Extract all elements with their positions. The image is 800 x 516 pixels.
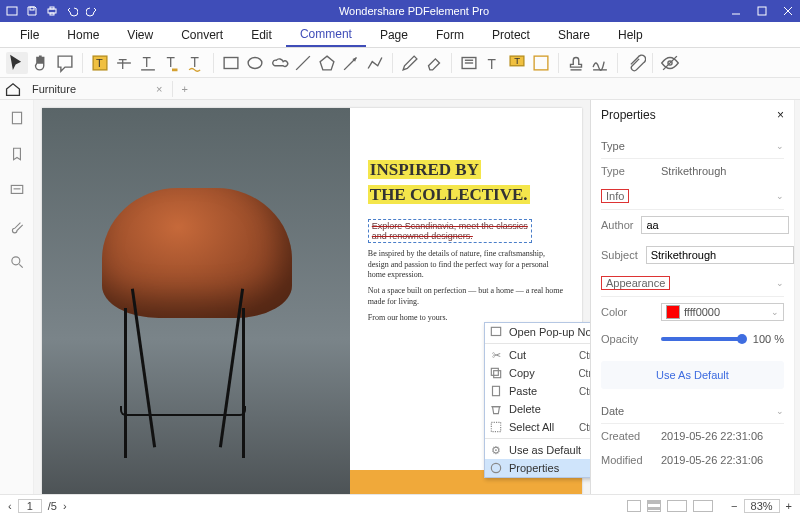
note-icon[interactable] [54, 52, 76, 74]
section-date[interactable]: Date⌄ [601, 399, 784, 424]
ctx-use-default[interactable]: ⚙Use as Default [485, 441, 590, 459]
hand-tool-icon[interactable] [30, 52, 52, 74]
modified-label: Modified [601, 454, 653, 466]
use-as-default-button[interactable]: Use As Default [601, 361, 784, 389]
arrow-icon[interactable] [340, 52, 362, 74]
squiggly-icon[interactable]: T [185, 52, 207, 74]
new-tab-icon[interactable]: + [181, 83, 187, 95]
menu-edit[interactable]: Edit [237, 24, 286, 46]
two-page-icon[interactable] [667, 500, 687, 512]
menu-home[interactable]: Home [53, 24, 113, 46]
undo-icon[interactable] [66, 5, 78, 17]
color-picker[interactable]: ffff0000 ⌄ [661, 303, 784, 321]
stamp-icon[interactable] [565, 52, 587, 74]
author-input[interactable] [641, 216, 789, 234]
eraser-icon[interactable] [423, 52, 445, 74]
ctx-cut[interactable]: ✂CutCtrl+X [485, 346, 590, 364]
ctx-delete[interactable]: DeleteDel [485, 400, 590, 418]
created-value: 2019-05-26 22:31:06 [661, 430, 763, 442]
ctx-properties[interactable]: Properties [485, 459, 590, 477]
section-info[interactable]: Info⌄ [601, 183, 784, 210]
next-page-icon[interactable]: › [63, 500, 67, 512]
save-icon[interactable] [26, 5, 38, 17]
attachment-icon[interactable] [624, 52, 646, 74]
comments-list-icon[interactable] [9, 182, 25, 198]
redo-icon[interactable] [86, 5, 98, 17]
two-continuous-icon[interactable] [693, 500, 713, 512]
titlebar: Wondershare PDFelement Pro [0, 0, 800, 22]
panel-scrollbar[interactable] [794, 100, 800, 494]
svg-text:T: T [488, 56, 497, 71]
tab-close-icon[interactable]: × [156, 83, 162, 95]
document-tab[interactable]: Furniture × [22, 81, 173, 97]
oval-icon[interactable] [244, 52, 266, 74]
home-tab-icon[interactable] [4, 80, 22, 98]
svg-text:T: T [119, 56, 128, 71]
bookmarks-icon[interactable] [9, 146, 25, 162]
ctx-select-all[interactable]: Select AllCtrl+A [485, 418, 590, 436]
textbox-icon[interactable] [458, 52, 480, 74]
close-icon[interactable] [782, 5, 794, 17]
menu-page[interactable]: Page [366, 24, 422, 46]
typewriter-icon[interactable]: T [482, 52, 504, 74]
hide-comments-icon[interactable] [659, 52, 681, 74]
ctx-open-popup[interactable]: Open Pop-up Note [485, 323, 590, 341]
zoom-out-icon[interactable]: − [731, 500, 737, 512]
color-swatch-icon [666, 305, 680, 319]
polygon-icon[interactable] [316, 52, 338, 74]
svg-text:T: T [514, 55, 520, 66]
underline-icon[interactable]: T [137, 52, 159, 74]
pencil-icon[interactable] [399, 52, 421, 74]
strikethrough-icon[interactable]: T [113, 52, 135, 74]
menu-view[interactable]: View [113, 24, 167, 46]
strikethrough-annotation[interactable]: Explore Scandinavia, meet the classics a… [368, 219, 532, 243]
opacity-slider[interactable] [661, 337, 742, 341]
zoom-value[interactable]: 83% [744, 499, 780, 513]
svg-marker-21 [320, 56, 334, 70]
section-type[interactable]: Type⌄ [601, 134, 784, 159]
modified-value: 2019-05-26 22:31:06 [661, 454, 763, 466]
minimize-icon[interactable] [730, 5, 742, 17]
rectangle-icon[interactable] [220, 52, 242, 74]
tabbar: Furniture × + [0, 78, 800, 100]
signature-icon[interactable] [589, 52, 611, 74]
continuous-icon[interactable] [647, 500, 661, 512]
print-icon[interactable] [46, 5, 58, 17]
line-icon[interactable] [292, 52, 314, 74]
menu-form[interactable]: Form [422, 24, 478, 46]
section-appearance[interactable]: Appearance⌄ [601, 270, 784, 297]
svg-rect-0 [7, 7, 17, 15]
note-icon [489, 325, 503, 339]
select-tool-icon[interactable] [6, 52, 28, 74]
zoom-in-icon[interactable]: + [786, 500, 792, 512]
polyline-icon[interactable] [364, 52, 386, 74]
attachments-icon[interactable] [9, 218, 25, 234]
menu-convert[interactable]: Convert [167, 24, 237, 46]
maximize-icon[interactable] [756, 5, 768, 17]
thumbnails-icon[interactable] [9, 110, 25, 126]
menubar: File Home View Convert Edit Comment Page… [0, 22, 800, 48]
menu-protect[interactable]: Protect [478, 24, 544, 46]
cloud-icon[interactable] [268, 52, 290, 74]
panel-close-icon[interactable]: × [777, 108, 784, 122]
highlight-icon[interactable]: T [89, 52, 111, 74]
menu-share[interactable]: Share [544, 24, 604, 46]
page-current[interactable]: 1 [18, 499, 42, 513]
type-value: Strikethrough [661, 165, 726, 177]
document-canvas[interactable]: INSPIRED BY THE COLLECTIVE. Explore Scan… [34, 100, 590, 494]
caret-icon[interactable]: T [161, 52, 183, 74]
select-all-icon [489, 420, 503, 434]
search-icon[interactable] [9, 254, 25, 270]
svg-rect-6 [758, 7, 766, 15]
headline: INSPIRED BY THE COLLECTIVE. [368, 158, 564, 207]
menu-file[interactable]: File [6, 24, 53, 46]
ctx-copy[interactable]: CopyCtrl+C [485, 364, 590, 382]
callout-icon[interactable]: T [506, 52, 528, 74]
menu-help[interactable]: Help [604, 24, 657, 46]
area-highlight-icon[interactable] [530, 52, 552, 74]
subject-input[interactable] [646, 246, 794, 264]
ctx-paste[interactable]: PasteCtrl+V [485, 382, 590, 400]
prev-page-icon[interactable]: ‹ [8, 500, 12, 512]
menu-comment[interactable]: Comment [286, 23, 366, 47]
single-page-icon[interactable] [627, 500, 641, 512]
